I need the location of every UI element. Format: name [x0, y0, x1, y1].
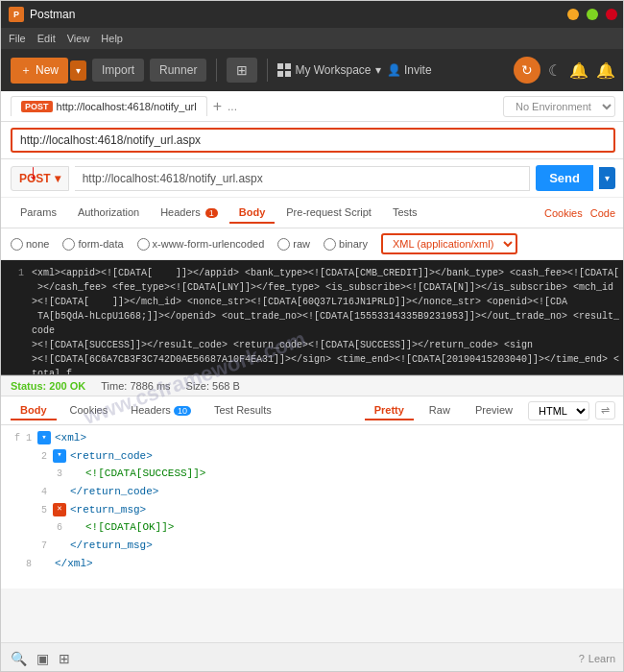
- minimize-button[interactable]: [567, 9, 579, 20]
- menu-edit[interactable]: Edit: [37, 33, 56, 44]
- search-icon[interactable]: 🔍: [11, 651, 27, 666]
- send-button[interactable]: Send: [536, 165, 593, 191]
- response-tabs: Body Cookies Headers 10 Test Results Pre…: [1, 396, 624, 425]
- response-status-bar: Status: 200 OK Time: 7886 ms Size: 568 B: [1, 375, 624, 396]
- url-display-text: http://localhost:4618/notify_url.aspx: [20, 133, 201, 147]
- code-line-1: <xml><appid><![CDATA[ ]]></appid> <bank_…: [32, 266, 619, 280]
- tab-bar: POST http://localhost:4618/notify_url + …: [1, 91, 624, 122]
- url-display: http://localhost:4618/notify_url.aspx: [11, 128, 615, 153]
- request-row: POST ▾ Send ▾: [1, 159, 624, 198]
- radio-formdata[interactable]: form-data: [62, 238, 123, 251]
- learn-button[interactable]: ? Learn: [579, 653, 615, 664]
- moon-icon[interactable]: ☾: [548, 61, 562, 80]
- toolbar-divider: [216, 59, 217, 82]
- menu-file[interactable]: File: [9, 33, 26, 44]
- toolbar: ＋ New ▾ Import Runner ⊞ My Workspace ▾ 👤…: [1, 49, 624, 91]
- resp-line-3: 3 <![CDATA[SUCCESS]]>: [1, 465, 624, 483]
- new-dropdown-button[interactable]: ▾: [70, 60, 86, 81]
- response-size: Size: 568 B: [186, 380, 240, 392]
- format-selector[interactable]: XML (application/xml): [381, 233, 517, 254]
- resp-tab-test-results[interactable]: Test Results: [204, 401, 281, 420]
- runner-button[interactable]: Runner: [150, 59, 206, 82]
- code-line-2: ></cash_fee> <fee_type><![CDATA[LNY]]></…: [32, 280, 613, 295]
- maximize-button[interactable]: [587, 9, 598, 20]
- layout-button[interactable]: ⊞: [227, 58, 257, 83]
- code-area: 1 <xml><appid><![CDATA[ ]]></appid> <ban…: [1, 260, 624, 375]
- request-tab[interactable]: POST http://localhost:4618/notify_url: [11, 96, 207, 116]
- app-title: Postman: [30, 8, 75, 21]
- request-url-input[interactable]: [75, 166, 531, 191]
- status-ok: Status: 200 OK: [11, 380, 85, 392]
- more-tabs-button[interactable]: ...: [228, 100, 237, 113]
- request-tabs: Params Authorization Headers 1 Body Pre-…: [1, 198, 624, 228]
- workspace-button[interactable]: My Workspace ▾: [277, 63, 380, 77]
- response-code: f 1 ▾ <xml> 2 ▾ <return_code> 3 <![CDATA…: [1, 425, 624, 588]
- tab-params[interactable]: Params: [11, 203, 66, 224]
- notification-icon[interactable]: 🔔: [596, 61, 615, 80]
- send-dropdown-button[interactable]: ▾: [599, 167, 615, 189]
- expand-icon-2[interactable]: ▾: [53, 449, 66, 463]
- resp-line-2: 2 ▾ <return_code>: [1, 447, 624, 466]
- method-selector[interactable]: POST ▾: [11, 166, 69, 191]
- radio-binary[interactable]: binary: [324, 238, 368, 251]
- import-button[interactable]: Import: [92, 59, 144, 82]
- error-icon-5: ✕: [53, 503, 66, 516]
- resp-line-7: 7 </return_msg>: [1, 537, 624, 555]
- environment-selector[interactable]: No Environment: [503, 96, 615, 117]
- tab-authorization[interactable]: Authorization: [68, 203, 149, 224]
- url-display-bar: http://localhost:4618/notify_url.aspx: [1, 122, 624, 159]
- tab-body[interactable]: Body: [229, 203, 276, 224]
- resp-line-4: 4 </return_code>: [1, 483, 624, 501]
- title-bar: P Postman: [1, 1, 624, 28]
- code-line-3: ><![CDATA[ ]]></mch_id> <nonce_str><![CD…: [32, 295, 567, 309]
- line-number-1: 1: [5, 266, 24, 280]
- code-link[interactable]: Code: [590, 207, 615, 219]
- format-raw[interactable]: Raw: [420, 401, 460, 420]
- resp-tab-cookies[interactable]: Cookies: [60, 401, 118, 420]
- resp-line-8: 8 </xml>: [1, 555, 624, 573]
- menu-view[interactable]: View: [67, 33, 90, 44]
- expand-icon-1[interactable]: ▾: [37, 431, 51, 444]
- resp-tab-headers[interactable]: Headers 10: [121, 401, 201, 420]
- code-line-6: ><![CDATA[6C6A7CB3F3C742D0AE56687A10F4EA…: [32, 352, 621, 375]
- method-dropdown-icon: ▾: [55, 172, 60, 185]
- bell-icon[interactable]: 🔔: [569, 61, 588, 80]
- format-type-select[interactable]: HTML: [528, 401, 589, 420]
- radio-none[interactable]: none: [11, 238, 49, 251]
- resp-line-1: f 1 ▾ <xml>: [1, 429, 624, 447]
- workspace-dropdown-icon: ▾: [375, 63, 381, 77]
- bottom-toolbar: 🔍 ▣ ⊞ ? Learn: [1, 642, 624, 672]
- tab-tests[interactable]: Tests: [383, 203, 427, 224]
- tab-prerequest[interactable]: Pre-request Script: [276, 203, 381, 224]
- headers-count-badge: 1: [205, 208, 218, 218]
- resp-headers-badge: 10: [174, 406, 191, 416]
- person-icon: 👤: [387, 63, 401, 77]
- tab-headers[interactable]: Headers 1: [151, 203, 228, 224]
- sync-button[interactable]: ↻: [514, 57, 540, 84]
- code-line-4: TA[b5QdA-hLcpU1G68;]]></openid> <out_tra…: [32, 309, 621, 338]
- menu-help[interactable]: Help: [101, 33, 123, 44]
- radio-raw[interactable]: raw: [277, 238, 310, 251]
- toolbar-right: ↻ ☾ 🔔 🔔: [514, 57, 615, 84]
- resp-line-5: 5 ✕ <return_msg>: [1, 501, 624, 519]
- resp-tab-body[interactable]: Body: [11, 401, 57, 420]
- wrap-button[interactable]: ⇌: [595, 401, 615, 420]
- toolbar-divider2: [267, 59, 268, 82]
- question-icon: ?: [579, 653, 585, 664]
- invite-button[interactable]: 👤 Invite: [387, 63, 432, 77]
- menu-bar: File Edit View Help: [1, 28, 624, 49]
- radio-urlencoded[interactable]: x-www-form-urlencoded: [137, 238, 265, 251]
- plus-icon: ＋: [20, 62, 32, 79]
- format-pretty[interactable]: Pretty: [365, 401, 414, 420]
- cookies-link[interactable]: Cookies: [544, 207, 583, 219]
- resp-line-6: 6 <![CDATA[OK]]>: [1, 518, 624, 537]
- response-time: Time: 7886 ms: [101, 380, 170, 392]
- terminal-icon[interactable]: ▣: [36, 651, 49, 666]
- close-button[interactable]: [606, 9, 617, 20]
- body-type-row: none form-data x-www-form-urlencoded raw…: [1, 228, 624, 260]
- new-button[interactable]: ＋ New: [11, 58, 68, 84]
- format-preview[interactable]: Preview: [466, 401, 522, 420]
- add-tab-button[interactable]: +: [207, 98, 228, 115]
- grid-icon[interactable]: ⊞: [59, 651, 70, 666]
- method-badge: POST: [21, 101, 53, 112]
